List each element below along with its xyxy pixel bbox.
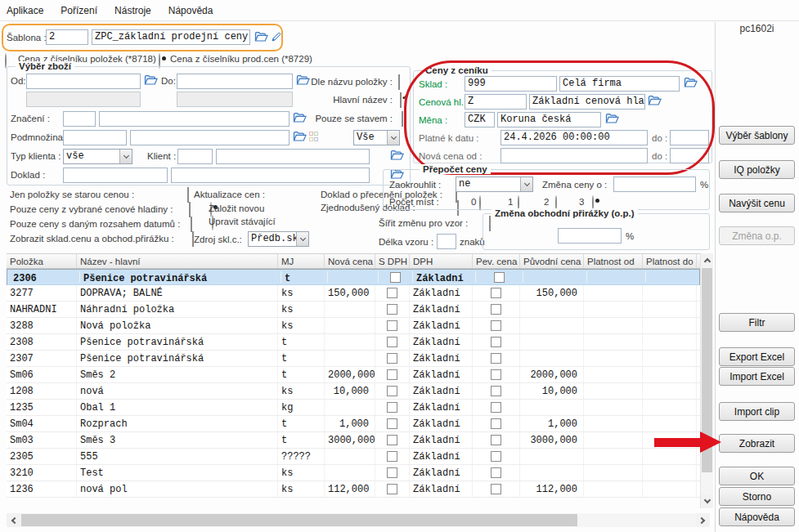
- s-dph-checkbox[interactable]: [387, 418, 397, 429]
- ok-button[interactable]: OK: [719, 467, 795, 485]
- filtr-button[interactable]: Filtr: [719, 313, 795, 332]
- s-dph-checkbox[interactable]: [387, 369, 397, 380]
- podmnozina-name-input[interactable]: [130, 130, 290, 145]
- open-folder-icon[interactable]: [293, 131, 307, 143]
- table-row[interactable]: Sm04Rozpracht1,000Základní1,000: [7, 416, 700, 432]
- table-row[interactable]: 1236nová polks112,000Základní112,000: [7, 481, 700, 498]
- znaceni-code-input[interactable]: [63, 111, 96, 127]
- vyber-sablony-button[interactable]: Výběr šablony: [719, 126, 795, 145]
- pouze-se-stavem-checkbox[interactable]: [402, 111, 403, 127]
- s-dph-checkbox[interactable]: [387, 288, 397, 298]
- hlavni-nazev-checkbox[interactable]: [400, 92, 402, 108]
- typ-klienta-select[interactable]: vše: [63, 149, 132, 164]
- pev-cena-checkbox[interactable]: [494, 272, 505, 283]
- table-row[interactable]: 3210TestksZákladní: [7, 465, 700, 481]
- menu-item-nastroje[interactable]: Nástroje: [114, 5, 151, 16]
- table-row[interactable]: 3288Nová položkaksZákladní: [7, 318, 700, 334]
- table-row[interactable]: NAHRADNINáhradní položkaksZákladní: [7, 302, 700, 318]
- column-header[interactable]: Název - hlavní: [77, 254, 278, 268]
- znaceni-name-input[interactable]: [99, 111, 290, 127]
- rozsah-datumu-checkbox[interactable]: [191, 217, 192, 232]
- horizontal-scroll-thumb[interactable]: [21, 514, 577, 526]
- table-row[interactable]: 2307Pšenice potravinářskátZákladní: [7, 351, 700, 367]
- podmnozina-code-input[interactable]: [63, 130, 127, 145]
- zdroj-sklc-select[interactable]: Předb.skl: [248, 231, 309, 247]
- table-row[interactable]: 1208nováks10,000Základní10,000: [7, 383, 700, 400]
- margin-change-input[interactable]: [558, 228, 622, 244]
- column-header[interactable]: Platnost do: [643, 254, 697, 268]
- pev-cena-checkbox[interactable]: [491, 467, 501, 478]
- s-dph-checkbox[interactable]: [387, 435, 397, 445]
- open-folder-icon[interactable]: [293, 112, 307, 124]
- pev-cena-checkbox[interactable]: [491, 386, 501, 396]
- stara-cena-checkbox[interactable]: [187, 187, 189, 203]
- pev-cena-checkbox[interactable]: [491, 320, 501, 331]
- zaokrouhlit-select[interactable]: ne: [456, 177, 533, 192]
- chevron-down-icon[interactable]: [296, 232, 308, 246]
- s-dph-checkbox[interactable]: [387, 402, 397, 413]
- navysit-cenu-button[interactable]: Navýšit cenu: [719, 194, 795, 212]
- menu-item-aplikace[interactable]: Aplikace: [7, 5, 43, 16]
- klient-name-input[interactable]: [216, 149, 370, 164]
- s-dph-checkbox[interactable]: [387, 320, 397, 331]
- open-folder-icon[interactable]: [254, 31, 269, 43]
- pev-cena-checkbox[interactable]: [491, 451, 501, 462]
- pev-cena-checkbox[interactable]: [491, 304, 501, 315]
- menu-item-napoveda[interactable]: Nápověda: [168, 5, 213, 16]
- iq-polozky-button[interactable]: IQ položky: [719, 160, 795, 179]
- od-input[interactable]: [26, 74, 141, 89]
- column-header[interactable]: S DPH: [375, 254, 410, 268]
- pev-cena-checkbox[interactable]: [491, 353, 501, 364]
- zobrazit-button[interactable]: Zobrazit: [719, 434, 795, 453]
- column-header[interactable]: Původní cena: [520, 254, 584, 268]
- pev-cena-checkbox[interactable]: [491, 435, 501, 445]
- column-header[interactable]: Položka: [7, 254, 77, 268]
- column-header[interactable]: Platnost od: [584, 254, 643, 268]
- pev-cena-checkbox[interactable]: [491, 418, 501, 429]
- podmnozina-filter-select[interactable]: Vše: [353, 130, 400, 145]
- scroll-right-icon[interactable]: [696, 513, 710, 527]
- vybrana-hladina-checkbox[interactable]: [189, 202, 191, 217]
- export-excel-button[interactable]: Export Excel: [719, 347, 795, 366]
- table-row[interactable]: 1235Obal 1kgZákladní: [7, 400, 700, 416]
- pev-cena-checkbox[interactable]: [491, 337, 501, 347]
- template-id-input[interactable]: 2: [46, 29, 88, 45]
- column-header[interactable]: DPH: [410, 254, 473, 268]
- grid-picker-icon[interactable]: [309, 132, 319, 141]
- s-dph-checkbox[interactable]: [387, 484, 397, 494]
- pev-cena-checkbox[interactable]: [491, 402, 501, 413]
- storno-button[interactable]: Storno: [719, 487, 795, 506]
- scroll-left-icon[interactable]: [7, 513, 20, 527]
- s-dph-checkbox[interactable]: [387, 451, 397, 462]
- column-header[interactable]: Nová cena: [325, 254, 375, 268]
- do-input[interactable]: [177, 74, 293, 89]
- klient-code-input[interactable]: [177, 149, 213, 164]
- import-excel-button[interactable]: Import Excel: [719, 367, 795, 386]
- table-row[interactable]: 2305555?????Základní: [7, 449, 700, 465]
- table-row[interactable]: Sm06Směs 2t2000,000Základní2000,000: [7, 367, 700, 383]
- dle-nazvu-checkbox[interactable]: [398, 74, 400, 90]
- chevron-down-icon[interactable]: [387, 131, 399, 145]
- column-header[interactable]: Pev. cena: [473, 254, 520, 268]
- template-name-input[interactable]: ZPC_základní prodejní ceny: [92, 29, 250, 45]
- s-dph-checkbox[interactable]: [387, 304, 397, 315]
- menu-item-porizeni[interactable]: Pořízení: [61, 5, 97, 16]
- column-header[interactable]: MJ: [278, 254, 325, 268]
- pev-cena-checkbox[interactable]: [491, 484, 501, 494]
- open-folder-icon[interactable]: [144, 74, 159, 87]
- chevron-down-icon[interactable]: [119, 150, 132, 163]
- open-folder-icon[interactable]: [390, 150, 405, 162]
- pencil-edit-icon[interactable]: [271, 31, 283, 43]
- pev-cena-checkbox[interactable]: [491, 369, 501, 380]
- pocet-mist-0-radio[interactable]: [479, 195, 481, 211]
- table-row[interactable]: 2308Pšenice potravinářskátZákladní: [7, 334, 700, 351]
- table-row[interactable]: 3277DOPRAVA; BALNÉks150,000Základní150,0…: [7, 285, 700, 302]
- vertical-scrollbar[interactable]: [700, 253, 713, 508]
- horizontal-scrollbar[interactable]: [7, 513, 710, 527]
- s-dph-checkbox[interactable]: [387, 386, 397, 396]
- s-dph-checkbox[interactable]: [387, 337, 397, 347]
- zmena-ceny-input[interactable]: [613, 177, 696, 192]
- doklad-code-input[interactable]: [63, 168, 168, 183]
- chevron-down-icon[interactable]: [520, 177, 532, 191]
- import-clip-button[interactable]: Import clip: [719, 402, 795, 421]
